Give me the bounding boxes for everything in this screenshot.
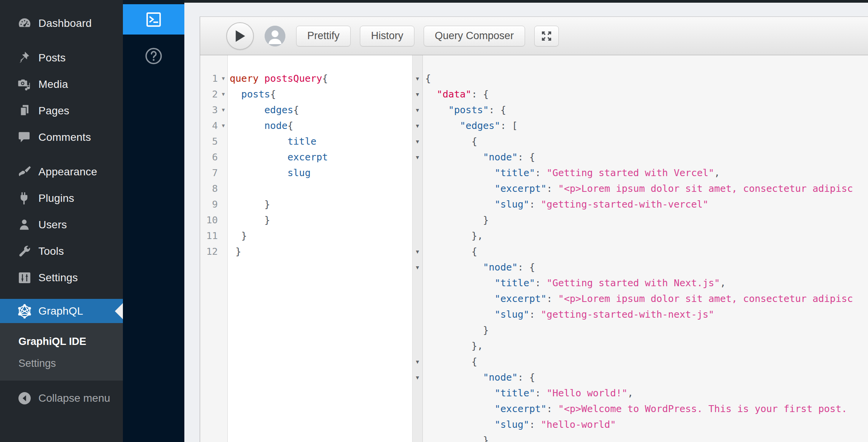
code-text: "slug": "getting-started-with-next-js": [423, 307, 714, 322]
fold-arrow-icon[interactable]: ▼: [412, 107, 423, 113]
fold-arrow-icon[interactable]: ▼: [219, 91, 227, 97]
query-code-line: 8: [200, 181, 412, 196]
code-token: "getting-started-with-next-js": [541, 309, 714, 320]
fold-arrow-icon[interactable]: ▼: [219, 107, 227, 113]
sidebar-item-dashboard[interactable]: Dashboard: [0, 10, 123, 36]
execute-query-button[interactable]: [226, 22, 254, 50]
code-token: ,: [628, 388, 633, 399]
sidebar-item-settings[interactable]: Settings: [0, 264, 123, 291]
play-icon: [234, 30, 246, 43]
code-token: "<p>Welcome to WordPress. This is your f…: [558, 403, 847, 414]
code-text: "excerpt": "<p>Welcome to WordPress. Thi…: [423, 401, 847, 417]
code-token: "node": [483, 372, 518, 383]
fold-arrow-icon[interactable]: ▼: [412, 139, 423, 145]
code-token: }: [483, 214, 489, 226]
pin-icon: [17, 50, 32, 66]
submenu-item-graphiql-ide[interactable]: GraphiQL IDE: [0, 331, 123, 353]
code-token: }: [264, 199, 270, 210]
wp-admin-menu: DashboardPostsMediaPagesCommentsAppearan…: [0, 0, 123, 299]
code-text: }: [423, 322, 489, 338]
code-token: [425, 183, 495, 194]
collapse-menu-label: Collapse menu: [38, 392, 110, 404]
comments-icon: [17, 130, 32, 145]
code-token: :: [529, 309, 541, 320]
graphiql-editors: 1▼query postsQuery{2▼ posts{3▼ edges{4▼ …: [200, 55, 868, 442]
history-button[interactable]: History: [360, 26, 414, 46]
query-composer-button[interactable]: Query Composer: [424, 26, 525, 46]
result-code-line: "excerpt": "<p>Welcome to WordPress. Thi…: [412, 401, 868, 417]
menu-separator: [0, 291, 123, 299]
sidebar-item-label: GraphQL: [38, 305, 83, 317]
sidebar-item-media[interactable]: Media: [0, 71, 123, 97]
code-token: [230, 167, 288, 178]
code-text: },: [423, 338, 483, 354]
line-number: 4: [200, 118, 219, 134]
query-code-line: 3▼ edges{: [200, 102, 412, 118]
fullscreen-button[interactable]: [534, 26, 559, 46]
code-token: [425, 167, 495, 178]
query-editor[interactable]: 1▼query postsQuery{2▼ posts{3▼ edges{4▼ …: [200, 55, 412, 442]
fold-arrow-icon[interactable]: ▼: [412, 249, 423, 255]
sidebar-item-comments[interactable]: Comments: [0, 124, 123, 150]
code-text: }: [423, 432, 489, 442]
fold-arrow-icon[interactable]: ▼: [412, 76, 423, 82]
sidebar-item-label: Appearance: [38, 166, 97, 178]
code-token: posts: [241, 89, 270, 100]
code-token: :: [535, 167, 547, 178]
result-code-line: }: [412, 322, 868, 338]
code-token: "excerpt": [495, 183, 547, 194]
code-text: "node": {: [423, 259, 535, 275]
code-text: query postsQuery{: [227, 71, 328, 86]
fold-arrow-icon[interactable]: ▼: [412, 154, 423, 160]
collapse-arrow-icon: [17, 391, 32, 406]
sidebar-item-tools[interactable]: Tools: [0, 238, 123, 264]
submenu-item-settings[interactable]: Settings: [0, 353, 123, 374]
sidebar-item-users[interactable]: Users: [0, 211, 123, 238]
result-code-line: ▼ {: [412, 134, 868, 149]
sidebar-item-posts[interactable]: Posts: [0, 45, 123, 71]
result-code-line: "title": "Hello world!",: [412, 385, 868, 401]
code-token: [230, 230, 241, 241]
fold-arrow-icon[interactable]: ▼: [412, 359, 423, 365]
collapse-menu-button[interactable]: Collapse menu: [0, 388, 123, 409]
sidebar-item-appearance[interactable]: Appearance: [0, 158, 123, 185]
sidebar-item-graphql[interactable]: GraphQL: [0, 299, 123, 323]
graphiql-terminal-tab[interactable]: [123, 4, 184, 35]
result-code-line: "excerpt": "<p>Lorem ipsum dolor sit ame…: [412, 291, 868, 307]
result-code-line: ▼ "node": {: [412, 149, 868, 165]
result-code-line: ▼ "posts": {: [412, 102, 868, 118]
code-text: {: [423, 134, 477, 149]
fold-arrow-icon[interactable]: ▼: [412, 123, 423, 129]
fold-arrow-icon[interactable]: ▼: [219, 123, 227, 129]
code-token: },: [471, 340, 483, 351]
code-text: "node": {: [423, 149, 535, 165]
help-button[interactable]: [123, 45, 184, 68]
code-token: edges: [264, 104, 293, 115]
code-token: [425, 104, 448, 115]
dashboard-icon: [17, 16, 32, 31]
fold-arrow-icon[interactable]: ▼: [412, 91, 423, 97]
line-number: 5: [200, 134, 219, 149]
result-code-line: "slug": "getting-started-with-next-js": [412, 307, 868, 322]
code-token: [425, 277, 495, 289]
prettify-button[interactable]: Prettify: [296, 26, 351, 46]
sidebar-item-plugins[interactable]: Plugins: [0, 185, 123, 211]
result-viewer[interactable]: ▼{▼ "data": {▼ "posts": {▼ "edges": [▼ {…: [412, 55, 868, 442]
code-text: }: [227, 244, 241, 259]
sidebar-item-label: Tools: [38, 245, 64, 257]
code-text: {: [423, 354, 477, 369]
code-token: }: [241, 230, 247, 241]
query-code-line: 2▼ posts{: [200, 86, 412, 102]
query-code-line: 7 slug: [200, 165, 412, 181]
submenu-item-label: GraphiQL IDE: [18, 336, 86, 348]
fold-arrow-icon[interactable]: ▼: [219, 76, 227, 81]
wrench-icon: [17, 244, 32, 259]
code-token: {: [425, 73, 431, 84]
fold-arrow-icon[interactable]: ▼: [412, 264, 423, 270]
code-token: "<p>Lorem ipsum dolor sit amet, consecte…: [558, 183, 853, 194]
media-icon: [17, 77, 32, 92]
code-token: }: [235, 246, 241, 257]
sidebar-item-pages[interactable]: Pages: [0, 97, 123, 124]
fold-arrow-icon[interactable]: ▼: [412, 374, 423, 381]
code-token: "slug": [495, 199, 529, 210]
